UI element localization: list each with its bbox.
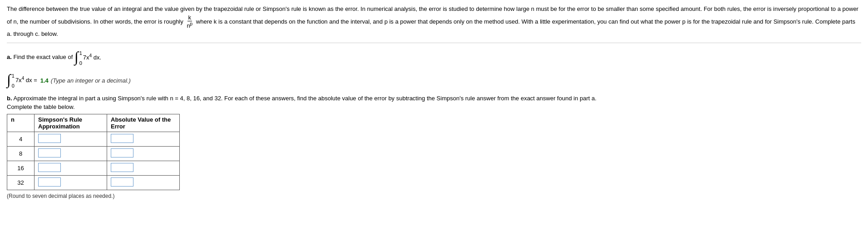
integral-expr-a: 7x4 dx. xyxy=(83,53,101,61)
part-a-label: a. xyxy=(7,54,12,61)
error-input-4[interactable] xyxy=(107,132,180,147)
simpson-input-16[interactable] xyxy=(35,161,107,176)
error-input-box-32[interactable] xyxy=(111,177,133,187)
integral-lower-a: 0 xyxy=(79,60,82,66)
table-header-n: n xyxy=(7,114,35,132)
simpson-input-box-4[interactable] xyxy=(38,134,61,143)
part-a-question-text: Find the exact value of xyxy=(13,54,73,61)
error-input-16[interactable] xyxy=(107,161,180,176)
error-input-box-8[interactable] xyxy=(111,148,133,157)
part-b-label: b. xyxy=(7,95,12,102)
error-input-box-16[interactable] xyxy=(111,163,133,172)
fraction-k-np: k np xyxy=(186,14,193,30)
table-row: 8 xyxy=(7,147,180,161)
round-note: (Round to seven decimal places as needed… xyxy=(7,193,861,199)
integral-expr-answer: 7x4 dx = xyxy=(15,76,37,84)
n-value-32: 32 xyxy=(7,176,35,190)
error-input-8[interactable] xyxy=(107,147,180,161)
error-input-box-4[interactable] xyxy=(111,134,133,143)
error-input-32[interactable] xyxy=(107,176,180,190)
integral-symbol-answer: ∫ xyxy=(7,72,11,87)
part-a-section: a. Find the exact value of ∫ 1 0 7x4 dx.… xyxy=(7,48,861,90)
integral-upper-a: 1 xyxy=(79,50,82,56)
table-header-row: n Simpson's Rule Approximation Absolute … xyxy=(7,114,180,132)
n-value-4: 4 xyxy=(7,132,35,147)
simpson-input-32[interactable] xyxy=(35,176,107,190)
table-header-error: Absolute Value of the Error xyxy=(107,114,180,132)
fraction-numerator: k xyxy=(187,14,192,22)
simpson-input-box-8[interactable] xyxy=(38,148,61,157)
integral-limits-answer: 1 0 xyxy=(12,73,15,88)
table-row: 32 xyxy=(7,176,180,190)
integral-symbol-a: ∫ xyxy=(74,49,79,64)
n-value-16: 16 xyxy=(7,161,35,176)
n-value-8: 8 xyxy=(7,147,35,161)
divider xyxy=(7,43,861,43)
part-b-question-text: Approximate the integral in part a using… xyxy=(13,95,596,102)
simpson-input-4[interactable] xyxy=(35,132,107,147)
part-a-answer-value: 1.4 xyxy=(40,77,49,84)
fraction-denominator: np xyxy=(186,21,193,30)
simpsons-table: n Simpson's Rule Approximation Absolute … xyxy=(7,114,180,190)
fraction-exponent: p xyxy=(190,21,193,26)
part-a-hint: (Type an integer or a decimal.) xyxy=(51,77,131,84)
integral-lower-answer: 0 xyxy=(12,83,15,88)
simpson-input-box-32[interactable] xyxy=(38,177,61,187)
simpson-input-8[interactable] xyxy=(35,147,107,161)
part-b-question: b. Approximate the integral in part a us… xyxy=(7,95,861,102)
integral-upper-answer: 1 xyxy=(12,73,15,79)
integral-limits-a: 1 0 xyxy=(79,50,82,66)
table-row: 4 xyxy=(7,132,180,147)
complete-table-text: Complete the table below. xyxy=(7,103,861,110)
part-a-answer-line: ∫ 1 0 7x4 dx = 1.4 (Type an integer or a… xyxy=(7,70,861,90)
part-b-section: b. Approximate the integral in part a us… xyxy=(7,95,861,199)
simpson-input-box-16[interactable] xyxy=(38,163,61,172)
part-a-question: a. Find the exact value of ∫ 1 0 7x4 dx. xyxy=(7,48,861,68)
table-row: 16 xyxy=(7,161,180,176)
table-header-simpsons: Simpson's Rule Approximation xyxy=(35,114,107,132)
intro-paragraph: The difference between the true value of… xyxy=(7,5,860,39)
table-body: 4 8 16 xyxy=(7,132,180,190)
